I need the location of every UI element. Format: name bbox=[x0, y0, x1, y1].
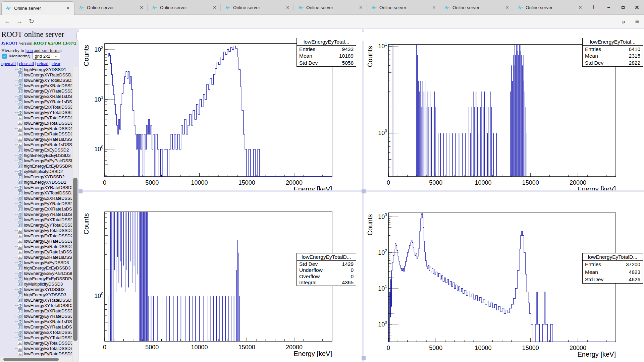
tree-item[interactable]: lowEnergyEyTotalDSSD2 bbox=[0, 228, 72, 233]
tree-item[interactable]: lowEnergyExXRateDSSD2 bbox=[0, 195, 72, 201]
stats-box[interactable]: lowEnergyEyTotal...Entries6410Mean2315St… bbox=[582, 38, 643, 67]
tree-item[interactable]: highEnergyExEyDSSDPair3 bbox=[0, 276, 72, 281]
tree-action-clear[interactable]: clear bbox=[52, 61, 60, 66]
tree-item[interactable]: lowEnergyEyTotalDSSD1 bbox=[0, 115, 72, 120]
plot-pad-bottom-left[interactable]: 05000100001500020000100CountsEnergy [keV… bbox=[79, 192, 362, 362]
tree-item[interactable]: lowEnergyExTotalDSSD3 bbox=[0, 346, 72, 351]
maximize-icon[interactable] bbox=[619, 4, 627, 10]
tree-item[interactable]: lowEnergyEyRateDSSD3 bbox=[0, 351, 72, 356]
plot-pad-bottom-right[interactable]: 05000100001500020000100101102103CountsEn… bbox=[364, 192, 644, 362]
tree-item[interactable]: lowEnergyXYRateDSSD3 bbox=[0, 297, 72, 303]
tree-item[interactable]: lowEnergyEyRateDSSD2 bbox=[0, 238, 72, 244]
tree-action-open-all[interactable]: open all bbox=[1, 61, 16, 66]
browser-tab[interactable]: Online server✕ bbox=[367, 0, 440, 15]
overflow-chevrons-icon[interactable]: » bbox=[619, 17, 628, 26]
menu-hamburger-icon[interactable]: ≡ bbox=[633, 17, 642, 26]
browser-tab[interactable]: Online server✕ bbox=[1, 1, 74, 15]
browser-tab[interactable]: Online server✕ bbox=[74, 0, 148, 15]
browser-tab[interactable]: Online server✕ bbox=[221, 0, 294, 15]
tab-close-icon[interactable]: ✕ bbox=[358, 5, 364, 10]
tree-item[interactable]: lowEnergyExXTotalDSSD1 bbox=[0, 104, 72, 110]
pad-resizer-handle[interactable] bbox=[362, 356, 366, 360]
tree-item[interactable]: lowEnergyEyYTotalDSSD1 bbox=[0, 110, 72, 115]
tree-item[interactable]: lowEnergyEyYRateDSSD1 bbox=[0, 88, 72, 94]
back-icon[interactable]: ← bbox=[3, 17, 12, 26]
tab-close-icon[interactable]: ✕ bbox=[285, 5, 290, 10]
monitoring-checkbox[interactable]: ✓ bbox=[2, 54, 7, 59]
tree-item[interactable]: lowEnergyExTotalDSSD1 bbox=[0, 120, 72, 126]
tree-item[interactable]: lowEnergyEyYRateDSSD2 bbox=[0, 201, 72, 206]
tree-item[interactable]: lowEnergyXYDSSD2 bbox=[0, 174, 72, 179]
tree-item[interactable]: lowEnergyXYTotalDSSD2 bbox=[0, 190, 72, 195]
tree-item[interactable]: lowEnergyEyYRate1sDSSD3 bbox=[0, 324, 72, 329]
tree-item[interactable]: lowEnergyEyYRate1sDSSD2 bbox=[0, 212, 72, 217]
pad-resizer-handle[interactable] bbox=[362, 189, 366, 193]
jsroot-link[interactable]: JSROOT bbox=[1, 41, 18, 46]
horizontal-scroll-thumb[interactable] bbox=[3, 358, 59, 361]
tree-item[interactable]: lowEnergyExEyPairDSSD2 bbox=[0, 158, 72, 163]
close-window-icon[interactable]: ✕ bbox=[633, 4, 641, 11]
sidebar-vertical-scrollbar[interactable] bbox=[72, 67, 78, 362]
sidebar-horizontal-scrollbar[interactable] bbox=[0, 357, 72, 362]
tab-close-icon[interactable]: ✕ bbox=[65, 6, 71, 11]
tree-item[interactable]: lowEnergyExTotalDSSD2 bbox=[0, 233, 72, 238]
tree-item[interactable]: lowEnergyXYRateDSSD1 bbox=[0, 72, 72, 77]
tree-item[interactable]: lowEnergyExEyDSSD2 bbox=[0, 147, 72, 153]
tab-close-icon[interactable]: ✕ bbox=[504, 5, 510, 10]
tree-item[interactable]: highEnergyExEyDSSDPair2 bbox=[0, 163, 72, 169]
browser-tab[interactable]: Online server✕ bbox=[294, 0, 367, 15]
tree-item[interactable]: lowEnergyEyRate1sDSSD1 bbox=[0, 136, 72, 142]
vertical-scroll-thumb[interactable] bbox=[73, 178, 77, 341]
grid-layout-select[interactable]: grid 2x2⌄ bbox=[33, 52, 60, 60]
new-tab-button[interactable]: + bbox=[589, 3, 598, 12]
tree-item[interactable]: lowEnergyExEyDSSD3 bbox=[0, 260, 72, 265]
tree-item[interactable]: lowEnergyExXRateDSSD3 bbox=[0, 308, 72, 313]
tab-close-icon[interactable]: ✕ bbox=[578, 5, 583, 10]
tree-item[interactable]: lowEnergyEyRate1sDSSD2 bbox=[0, 249, 72, 254]
tree-item[interactable]: lowEnergyExXTotalDSSD3 bbox=[0, 329, 72, 335]
tree-item[interactable]: lowEnergyEyTotalDSSD3 bbox=[0, 340, 72, 346]
tree-item[interactable]: highEnergyXYDSSD2 bbox=[0, 179, 72, 185]
tree-item[interactable]: lowEnergyEyYTotalDSSD3 bbox=[0, 335, 72, 340]
tree-item[interactable]: xyMultiplicityDSSD3 bbox=[0, 281, 72, 287]
tree-item[interactable]: lowEnergyExXRateDSSD1 bbox=[0, 83, 72, 88]
browser-tab[interactable]: Online server✕ bbox=[513, 0, 586, 15]
tree-item[interactable]: lowEnergyXYDSSD3 bbox=[0, 287, 72, 292]
tree-action-reload[interactable]: reload bbox=[37, 61, 49, 66]
tree-item[interactable]: lowEnergyEyRateDSSD1 bbox=[0, 126, 72, 131]
tree-item[interactable]: highEnergyXYDSSD1 bbox=[0, 67, 72, 72]
plot-pad-top-left[interactable]: 05000100001500020000100101102CountsEnerg… bbox=[79, 29, 362, 190]
tree-item[interactable]: lowEnergyExXRate1sDSSD2 bbox=[0, 206, 72, 212]
tree-item[interactable]: lowEnergyExRateDSSD2 bbox=[0, 244, 72, 249]
tree-item[interactable]: xyMultiplicityDSSD2 bbox=[0, 169, 72, 174]
tree-item[interactable]: lowEnergyExRate1sDSSD1 bbox=[0, 142, 72, 147]
plot-pad-top-right[interactable]: 05000100001500020000100101CountsEnergy [… bbox=[364, 29, 644, 190]
tree-item[interactable]: highEnergyXYDSSD3 bbox=[0, 292, 72, 297]
tab-close-icon[interactable]: ✕ bbox=[212, 5, 217, 10]
tree-item[interactable]: highEnergyExEyDSSD3 bbox=[0, 265, 72, 270]
minimize-icon[interactable]: – bbox=[604, 4, 613, 10]
tab-close-icon[interactable]: ✕ bbox=[431, 5, 437, 10]
tree-item[interactable]: lowEnergyExEyPairDSSD3 bbox=[0, 270, 72, 276]
tree-item[interactable]: lowEnergyXYTotalDSSD1 bbox=[0, 77, 72, 83]
tree-item[interactable]: lowEnergyExRate1sDSSD2 bbox=[0, 254, 72, 260]
tree-item[interactable]: lowEnergyExXTotalDSSD2 bbox=[0, 217, 72, 222]
tab-close-icon[interactable]: ✕ bbox=[139, 5, 144, 10]
tree-item[interactable]: lowEnergyXYRateDSSD2 bbox=[0, 185, 72, 190]
tree-item[interactable]: lowEnergyExRateDSSD1 bbox=[0, 131, 72, 136]
tree-item[interactable]: lowEnergyEyYRateDSSD3 bbox=[0, 313, 72, 319]
tree-item[interactable]: lowEnergyEyYRate1sDSSD1 bbox=[0, 99, 72, 104]
tree-action-close-all[interactable]: close all bbox=[19, 61, 34, 66]
browser-tab[interactable]: Online server✕ bbox=[148, 0, 221, 15]
tree-item[interactable]: lowEnergyXYTotalDSSD3 bbox=[0, 303, 72, 308]
forward-icon[interactable]: → bbox=[15, 17, 24, 26]
browser-tab[interactable]: Online server✕ bbox=[440, 0, 513, 15]
stats-box[interactable]: lowEnergyEyTotalD...Std Dev1429Underflow… bbox=[297, 253, 356, 286]
tree-item[interactable]: lowEnergyExXRate1sDSSD3 bbox=[0, 319, 72, 324]
tree-item[interactable]: highEnergyExEyDSSD2 bbox=[0, 153, 72, 158]
stats-box[interactable]: lowEnergyEyTotalD...Entries37200Mean4823… bbox=[582, 253, 643, 284]
pad-resizer-handle[interactable] bbox=[78, 189, 83, 193]
tree-item[interactable]: lowEnergyEyYTotalDSSD2 bbox=[0, 222, 72, 228]
tree-item[interactable]: lowEnergyExXRate1sDSSD1 bbox=[0, 94, 72, 99]
stats-box[interactable]: lowEnergyEyTotal...Entries9433Mean10189S… bbox=[297, 38, 356, 67]
